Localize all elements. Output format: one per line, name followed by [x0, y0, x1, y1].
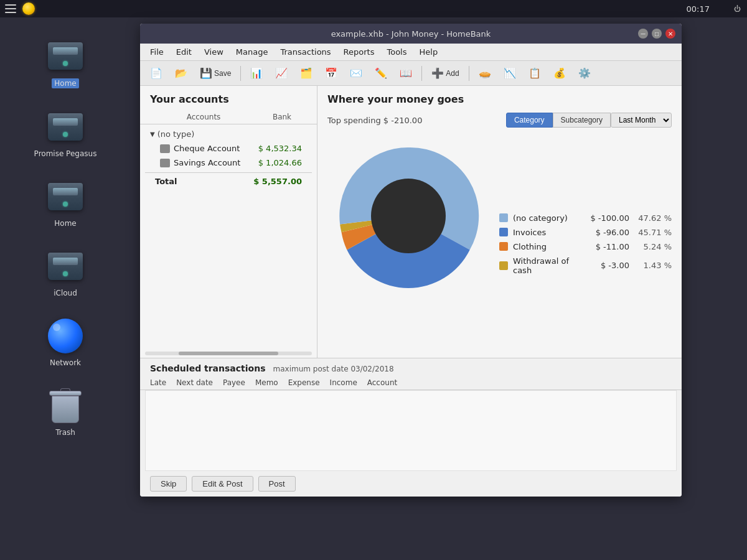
pie-chart-button[interactable]: 🥧: [474, 65, 496, 81]
icloud-icon-img: [45, 246, 85, 286]
accounts-group-label: (no type): [157, 129, 195, 139]
menu-file[interactable]: File: [145, 45, 169, 58]
accounts-panel: Your accounts Accounts Bank ▼ (no type) …: [140, 86, 317, 358]
col-late[interactable]: Late: [150, 378, 166, 387]
col-next-date[interactable]: Next date: [176, 378, 213, 387]
mail-button[interactable]: ✉️: [345, 65, 367, 81]
promise-pegasus-icon-img: [45, 107, 85, 147]
chart-button[interactable]: 📉: [499, 65, 521, 81]
menu-reports[interactable]: Reports: [339, 45, 380, 58]
desktop-icon-network[interactable]: Network: [22, 310, 109, 373]
save-button[interactable]: 💾 Save: [195, 65, 236, 81]
title-bar: example.xhb - John Money - HomeBank ─ □ …: [140, 24, 682, 44]
category-btn-group: Category Subcategory Last Month: [506, 113, 672, 128]
edit-button[interactable]: ✏️: [370, 65, 392, 81]
subcategory-button[interactable]: Subcategory: [553, 113, 611, 128]
add-label: Add: [446, 69, 459, 78]
scheduled-table: Late Next date Payee Memo Expense Income…: [140, 376, 682, 471]
accounts-icon: 🗂️: [300, 67, 312, 79]
col-memo[interactable]: Memo: [255, 378, 278, 387]
calendar-icon: 📅: [325, 67, 337, 79]
settings-button[interactable]: ⚙️: [573, 65, 596, 81]
network-label: Network: [50, 358, 81, 367]
ledger-button[interactable]: 📖: [395, 65, 417, 81]
menu-help[interactable]: Help: [415, 45, 443, 58]
legend-name-invoices: Invoices: [513, 228, 575, 237]
stats-icon: 📈: [275, 67, 288, 79]
period-select[interactable]: Last Month: [611, 113, 672, 128]
accounts-group-header[interactable]: ▼ (no type): [145, 127, 312, 141]
legend-amount-invoices: $ -96.00: [580, 228, 629, 237]
col-account[interactable]: Account: [367, 378, 397, 387]
budget-button[interactable]: 💰: [548, 65, 571, 81]
legend-color-invoices: [499, 228, 508, 236]
top-spending-label: Top spending $: [327, 116, 388, 125]
desktop-icon-promise-pegasus[interactable]: Promise Pegasus: [22, 101, 109, 164]
savings-account-amount: $ 1,024.66: [258, 158, 302, 167]
menu-transactions[interactable]: Transactions: [275, 45, 336, 58]
desktop-icon-trash[interactable]: Trash: [22, 380, 109, 443]
group-collapse-arrow: ▼: [150, 131, 155, 138]
hamburger-menu-icon[interactable]: [5, 4, 16, 13]
accounts-scrollbar[interactable]: [145, 352, 312, 355]
open-button[interactable]: 📂: [170, 65, 192, 81]
total-label: Total: [155, 177, 253, 186]
new-icon: 📄: [150, 67, 162, 79]
home2-label: Home: [54, 219, 76, 228]
edit-icon: ✏️: [375, 67, 387, 79]
mail-icon: ✉️: [350, 67, 362, 79]
toolbar-sep-3: [469, 66, 469, 81]
network-icon-img: [45, 316, 85, 356]
stats-button[interactable]: 📈: [270, 65, 293, 81]
app-logo: [22, 2, 35, 15]
edit-post-button[interactable]: Edit & Post: [192, 476, 253, 492]
new-button[interactable]: 📄: [145, 65, 167, 81]
calendar-button[interactable]: 📅: [320, 65, 342, 81]
scheduled-title: Scheduled transactions: [150, 363, 266, 373]
toolbar: 📄 📂 💾 Save 📊 📈 🗂️ 📅 ✉️ ✏️ 📖: [140, 61, 682, 86]
menu-manage[interactable]: Manage: [231, 45, 273, 58]
cheque-account-amount: $ 4,532.34: [258, 144, 302, 153]
topbar-status-icons: ⏻: [734, 5, 741, 13]
desktop: Home Promise Pegasus Home iCloud Network: [0, 17, 131, 560]
desktop-icon-icloud[interactable]: iCloud: [22, 240, 109, 304]
add-button[interactable]: ➕ Add: [426, 65, 464, 81]
skip-button[interactable]: Skip: [150, 476, 187, 492]
accounts-group: ▼ (no type) Cheque Account $ 4,532.34 Sa…: [140, 124, 317, 192]
scheduled-panel: Scheduled transactions maximum post date…: [140, 358, 682, 497]
home-hd-label: Home: [52, 78, 78, 88]
desktop-icon-home2[interactable]: Home: [22, 170, 109, 234]
menu-edit[interactable]: Edit: [171, 45, 197, 58]
account-row-savings[interactable]: Savings Account $ 1,024.66: [145, 156, 312, 170]
close-button[interactable]: ✕: [665, 29, 675, 39]
scheduled-subtitle: maximum post date 03/02/2018: [273, 365, 394, 373]
total-amount: $ 5,557.00: [253, 177, 302, 186]
accounts-button[interactable]: 🗂️: [295, 65, 317, 81]
maximize-button[interactable]: □: [652, 29, 662, 39]
menu-tools[interactable]: Tools: [382, 45, 411, 58]
col-payee[interactable]: Payee: [223, 378, 245, 387]
budget-icon: 💰: [553, 67, 566, 79]
add-icon: ➕: [431, 67, 444, 79]
account-list-button[interactable]: 📊: [245, 65, 268, 81]
chart-legend: (no category) $ -100.00 47.62 % Invoices…: [499, 135, 672, 353]
desktop-icon-home-hd[interactable]: Home: [22, 30, 109, 95]
app-window: example.xhb - John Money - HomeBank ─ □ …: [140, 24, 682, 497]
category-button[interactable]: Category: [506, 113, 553, 128]
report-button[interactable]: 📋: [524, 65, 546, 81]
legend-color-withdrawal: [499, 261, 508, 270]
cheque-account-name: Cheque Account: [174, 144, 258, 153]
legend-amount-withdrawal: $ -3.00: [580, 261, 629, 270]
settings-icon: ⚙️: [578, 67, 591, 79]
minimize-button[interactable]: ─: [638, 29, 648, 39]
legend-item-clothing: Clothing $ -11.00 5.24 %: [499, 242, 672, 251]
col-expense[interactable]: Expense: [288, 378, 320, 387]
menu-view[interactable]: View: [199, 45, 228, 58]
save-label: Save: [214, 69, 231, 78]
post-button[interactable]: Post: [258, 476, 296, 492]
account-row-cheque[interactable]: Cheque Account $ 4,532.34: [145, 141, 312, 156]
legend-pct-clothing: 5.24 %: [634, 242, 672, 251]
col-income[interactable]: Income: [330, 378, 357, 387]
donut-hole: [371, 179, 446, 253]
accounts-section-title: Your accounts: [140, 86, 317, 110]
